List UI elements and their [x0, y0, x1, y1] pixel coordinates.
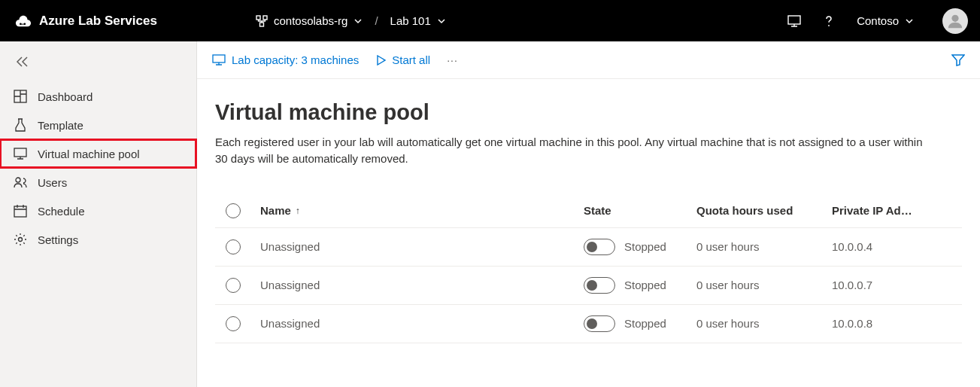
svg-rect-2 — [256, 16, 260, 20]
select-all-radio[interactable] — [226, 203, 241, 218]
cell-state: Stopped — [624, 279, 666, 291]
sidebar-item-template[interactable]: Template — [0, 111, 196, 139]
cell-name: Unassigned — [260, 317, 584, 330]
app-name: Azure Lab Services — [39, 14, 157, 29]
cell-name: Unassigned — [260, 279, 584, 291]
lab-capacity-label: Lab capacity: 3 machines — [232, 53, 359, 66]
breadcrumb-lab[interactable]: Lab 101 — [390, 14, 446, 27]
sidebar-item-label: Users — [38, 176, 67, 189]
cell-name: Unassigned — [260, 240, 584, 253]
svg-rect-5 — [788, 16, 800, 24]
cell-ip: 10.0.0.4 — [832, 240, 952, 253]
sidebar-item-label: Dashboard — [38, 90, 93, 103]
column-name-label: Name — [260, 204, 291, 217]
sidebar-item-schedule[interactable]: Schedule — [0, 197, 196, 225]
sidebar-item-label: Template — [38, 119, 83, 132]
user-name: Contoso — [857, 14, 899, 27]
more-actions-button[interactable]: ··· — [447, 54, 458, 66]
cell-ip: 10.0.0.7 — [832, 279, 952, 291]
svg-rect-3 — [263, 16, 267, 20]
state-toggle[interactable] — [584, 239, 615, 255]
cell-quota: 0 user hours — [696, 317, 832, 330]
monitor-icon — [14, 147, 27, 160]
table-row[interactable]: Unassigned Stopped 0 user hours 10.0.0.7 — [215, 267, 962, 305]
row-select-radio[interactable] — [226, 278, 241, 293]
breadcrumb-rg-label: contosolabs-rg — [274, 14, 347, 27]
svg-point-12 — [19, 238, 23, 242]
calendar-icon — [14, 204, 27, 218]
column-header-state[interactable]: State — [584, 204, 696, 217]
sidebar-item-vm-pool[interactable]: Virtual machine pool — [0, 139, 196, 168]
table-row[interactable]: Unassigned Stopped 0 user hours 10.0.0.4 — [215, 228, 962, 267]
breadcrumb: contosolabs-rg / Lab 101 — [256, 14, 446, 27]
chevron-down-icon — [353, 17, 363, 26]
table-header: Name ↑ State Quota hours used Private IP… — [215, 194, 962, 228]
sidebar-item-label: Schedule — [38, 205, 85, 218]
cell-quota: 0 user hours — [696, 279, 832, 291]
sidebar-item-users[interactable]: Users — [0, 168, 196, 197]
svg-rect-9 — [14, 148, 26, 157]
app-header: Azure Lab Services contosolabs-rg / Lab … — [0, 0, 980, 41]
start-all-label: Start all — [392, 53, 430, 66]
sidebar-item-label: Virtual machine pool — [38, 148, 140, 160]
chevron-down-icon — [905, 17, 914, 26]
cell-ip: 10.0.0.8 — [832, 317, 952, 330]
svg-rect-11 — [14, 206, 26, 217]
sidebar: Dashboard Template Virtual machine pool — [0, 41, 197, 387]
sort-ascending-icon: ↑ — [296, 206, 300, 216]
template-icon — [14, 118, 27, 132]
start-all-button[interactable]: Start all — [375, 53, 430, 66]
vm-table: Name ↑ State Quota hours used Private IP… — [215, 194, 962, 343]
svg-rect-13 — [213, 55, 225, 62]
resource-group-icon — [256, 15, 268, 27]
breadcrumb-separator: / — [375, 14, 378, 27]
help-icon[interactable] — [822, 14, 836, 28]
play-icon — [375, 55, 386, 66]
azure-cloud-icon — [15, 14, 32, 29]
row-select-radio[interactable] — [226, 316, 241, 331]
cell-quota: 0 user hours — [696, 240, 832, 253]
cell-state: Stopped — [624, 240, 666, 253]
lab-capacity-button[interactable]: Lab capacity: 3 machines — [212, 53, 359, 66]
column-header-name[interactable]: Name ↑ — [260, 204, 584, 217]
monitor-icon — [212, 54, 226, 66]
filter-button[interactable] — [951, 54, 965, 66]
monitor-icon[interactable] — [787, 15, 801, 27]
gear-icon — [14, 233, 27, 246]
breadcrumb-resource-group[interactable]: contosolabs-rg — [256, 14, 363, 27]
svg-point-7 — [951, 14, 958, 21]
svg-rect-4 — [260, 23, 264, 26]
svg-point-10 — [16, 178, 20, 182]
user-menu[interactable]: Contoso — [857, 14, 914, 27]
table-row[interactable]: Unassigned Stopped 0 user hours 10.0.0.8 — [215, 305, 962, 343]
sidebar-item-settings[interactable]: Settings — [0, 225, 196, 254]
page-description: Each registered user in your lab will au… — [215, 134, 937, 167]
toolbar: Lab capacity: 3 machines Start all ··· — [197, 41, 980, 79]
dashboard-icon — [14, 90, 27, 103]
collapse-sidebar-button[interactable] — [0, 49, 196, 82]
sidebar-item-dashboard[interactable]: Dashboard — [0, 82, 196, 111]
row-select-radio[interactable] — [226, 239, 241, 254]
main-content: Lab capacity: 3 machines Start all ··· V… — [197, 41, 980, 387]
svg-point-6 — [828, 25, 830, 26]
column-header-quota[interactable]: Quota hours used — [696, 204, 832, 217]
users-icon — [14, 175, 27, 189]
column-header-ip[interactable]: Private IP Ad… — [832, 204, 952, 217]
app-logo[interactable]: Azure Lab Services — [15, 14, 256, 29]
page-title: Virtual machine pool — [215, 100, 962, 125]
avatar[interactable] — [942, 8, 968, 34]
breadcrumb-lab-label: Lab 101 — [390, 14, 431, 27]
state-toggle[interactable] — [584, 277, 615, 294]
header-actions: Contoso — [787, 8, 968, 34]
chevron-down-icon — [437, 17, 446, 26]
state-toggle[interactable] — [584, 315, 615, 332]
cell-state: Stopped — [624, 317, 666, 330]
sidebar-item-label: Settings — [38, 233, 78, 246]
